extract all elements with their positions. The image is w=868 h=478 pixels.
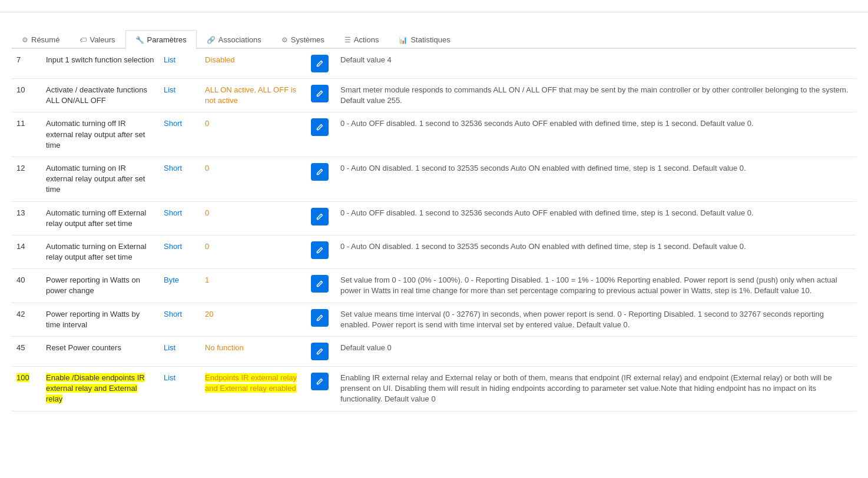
edit-button-2[interactable] <box>311 118 329 136</box>
tab-systemes[interactable]: ⚙Systèmes <box>271 30 334 49</box>
tab-label-actions: Actions <box>354 35 379 44</box>
edit-button-8[interactable] <box>311 343 329 360</box>
param-action-9[interactable] <box>306 367 336 411</box>
param-name-3: Automatic turning on IR external relay o… <box>41 157 159 201</box>
table-row: 13 Automatic turning off External relay … <box>12 201 856 235</box>
tab-valeurs[interactable]: 🏷Valeurs <box>69 30 125 49</box>
param-value-8: No function <box>200 337 306 367</box>
param-type-7: Short <box>159 303 200 336</box>
param-num-3: 12 <box>12 157 41 201</box>
param-action-1[interactable] <box>306 79 336 112</box>
param-name-9: Enable /Disable endpoints IR external re… <box>41 367 159 411</box>
param-name-7: Power reporting in Watts by time interva… <box>41 303 159 336</box>
table-row: 40 Power reporting in Watts on power cha… <box>12 269 856 303</box>
params-scroll-area: 7 Input 1 switch function selection List… <box>12 49 856 411</box>
param-desc-0: Default value 4 <box>336 49 856 79</box>
param-value-1: ALL ON active, ALL OFF is not active <box>200 79 306 112</box>
edit-button-5[interactable] <box>311 241 329 259</box>
param-type-6: Byte <box>159 269 200 303</box>
tab-icon-valeurs: 🏷 <box>79 36 87 44</box>
param-name-4: Automatic turning off External relay out… <box>41 201 159 235</box>
param-num-8: 45 <box>12 337 41 367</box>
table-row: 45 Reset Power counters List No function… <box>12 337 856 367</box>
table-row: 14 Automatic turning on External relay o… <box>12 235 856 268</box>
param-desc-3: 0 - Auto ON disabled. 1 second to 32535 … <box>336 157 856 201</box>
param-value-2: 0 <box>200 112 306 157</box>
param-num-1: 10 <box>12 79 41 112</box>
tab-parametres[interactable]: 🔧Paramètres <box>125 30 197 49</box>
param-num-6: 40 <box>12 269 41 303</box>
param-action-8[interactable] <box>306 337 336 367</box>
param-name-1: Activate / deactivate functions ALL ON/A… <box>41 79 159 112</box>
param-action-3[interactable] <box>306 157 336 201</box>
tab-associations[interactable]: 🔗Associations <box>197 30 271 49</box>
param-value-3: 0 <box>200 157 306 201</box>
table-row: 7 Input 1 switch function selection List… <box>12 49 856 79</box>
param-type-2: Short <box>159 112 200 157</box>
param-value-7: 20 <box>200 303 306 336</box>
param-num-4: 13 <box>12 201 41 235</box>
param-type-9: List <box>159 367 200 411</box>
param-name-6: Power reporting in Watts on power change <box>41 269 159 303</box>
param-desc-6: Set value from 0 - 100 (0% - 100%). 0 - … <box>336 269 856 303</box>
param-type-0: List <box>159 49 200 79</box>
table-row: 100 Enable /Disable endpoints IR externa… <box>12 367 856 411</box>
edit-button-3[interactable] <box>311 163 329 181</box>
edit-button-0[interactable] <box>311 55 329 72</box>
top-bar <box>0 0 868 12</box>
param-type-3: Short <box>159 157 200 201</box>
tab-actions[interactable]: ☰Actions <box>334 30 389 49</box>
tab-icon-associations: 🔗 <box>207 36 216 44</box>
param-value-5: 0 <box>200 235 306 268</box>
table-row: 12 Automatic turning on IR external rela… <box>12 157 856 201</box>
tab-statistiques[interactable]: 📊Statistiques <box>389 30 460 49</box>
param-action-2[interactable] <box>306 112 336 157</box>
edit-button-6[interactable] <box>311 275 329 293</box>
param-action-5[interactable] <box>306 235 336 268</box>
param-action-0[interactable] <box>306 49 336 79</box>
table-row: 42 Power reporting in Watts by time inte… <box>12 303 856 336</box>
tab-label-valeurs: Valeurs <box>90 35 115 44</box>
tab-icon-statistiques: 📊 <box>399 36 408 44</box>
tab-icon-systemes: ⚙ <box>281 36 288 44</box>
edit-button-1[interactable] <box>311 85 329 102</box>
param-desc-8: Default value 0 <box>336 337 856 367</box>
tab-label-resume: Résumé <box>31 35 59 44</box>
param-type-1: List <box>159 79 200 112</box>
tab-icon-parametres: 🔧 <box>135 36 144 44</box>
edit-button-7[interactable] <box>311 309 329 327</box>
tab-icon-actions: ☰ <box>344 36 351 44</box>
param-value-4: 0 <box>200 201 306 235</box>
param-num-7: 42 <box>12 303 41 336</box>
tab-label-statistiques: Statistiques <box>410 35 450 44</box>
param-num-0: 7 <box>12 49 41 79</box>
table-row: 11 Automatic turning off IR external rel… <box>12 112 856 157</box>
param-name-0: Input 1 switch function selection <box>41 49 159 79</box>
param-value-9: Endpoints IR external relay and External… <box>200 367 306 411</box>
tab-label-systemes: Systèmes <box>291 35 324 44</box>
param-num-9: 100 <box>12 367 41 411</box>
tab-resume[interactable]: ⚙Résumé <box>12 30 69 49</box>
param-value-0: Disabled <box>200 49 306 79</box>
param-name-5: Automatic turning on External relay outp… <box>41 235 159 268</box>
param-desc-2: 0 - Auto OFF disabled. 1 second to 32536… <box>336 112 856 157</box>
param-action-6[interactable] <box>306 269 336 303</box>
param-name-8: Reset Power counters <box>41 337 159 367</box>
edit-button-4[interactable] <box>311 208 329 225</box>
param-num-5: 14 <box>12 235 41 268</box>
tab-icon-resume: ⚙ <box>22 36 28 44</box>
param-action-4[interactable] <box>306 201 336 235</box>
table-row: 10 Activate / deactivate functions ALL O… <box>12 79 856 112</box>
param-type-4: Short <box>159 201 200 235</box>
param-desc-1: Smart meter module responds to commands … <box>336 79 856 112</box>
param-desc-4: 0 - Auto OFF disabled. 1 second to 32536… <box>336 201 856 235</box>
param-num-2: 11 <box>12 112 41 157</box>
param-desc-9: Enabling IR external relay and External … <box>336 367 856 411</box>
tab-bar: ⚙Résumé🏷Valeurs🔧Paramètres🔗Associations⚙… <box>12 30 856 49</box>
param-value-6: 1 <box>200 269 306 303</box>
param-action-7[interactable] <box>306 303 336 336</box>
param-type-8: List <box>159 337 200 367</box>
tab-label-parametres: Paramètres <box>147 35 187 44</box>
edit-button-9[interactable] <box>311 373 329 390</box>
param-desc-5: 0 - Auto ON disabled. 1 second to 32535 … <box>336 235 856 268</box>
